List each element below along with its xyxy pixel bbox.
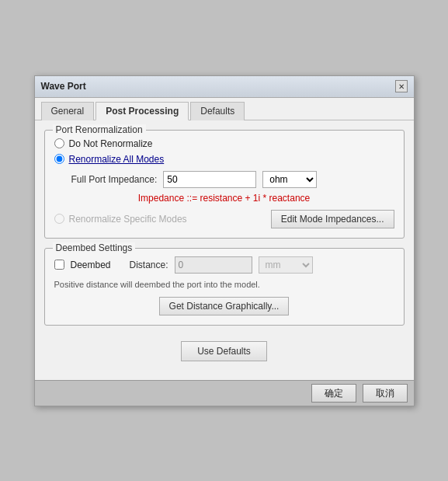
get-distance-graphically-button[interactable]: Get Distance Graphically...: [159, 297, 290, 315]
main-content: Port Renormalization Do Not Renormalize …: [35, 120, 414, 380]
renorm-all-row: Renormalize All Modes: [54, 154, 394, 165]
specific-modes-row: Renormalize Specific Modes Edit Mode Imp…: [54, 210, 394, 228]
tab-general[interactable]: General: [41, 102, 95, 120]
graphically-btn-row: Get Distance Graphically...: [54, 297, 394, 315]
bottom-bar: 确定 取消: [35, 380, 414, 406]
tab-defaults[interactable]: Defaults: [190, 102, 245, 120]
distance-label: Distance:: [130, 260, 168, 270]
deembed-hint: Positive distance will deembed the port …: [54, 280, 394, 289]
no-renorm-row: Do Not Renormalize: [54, 138, 394, 149]
use-defaults-row: Use Defaults: [44, 335, 405, 371]
renorm-all-radio-label: Renormalize All Modes: [69, 154, 165, 165]
edit-mode-impedances-button[interactable]: Edit Mode Impedances...: [271, 210, 394, 228]
close-icon: ✕: [398, 82, 405, 91]
impedance-unit-select[interactable]: ohm kohm: [262, 171, 317, 188]
use-defaults-button[interactable]: Use Defaults: [181, 341, 267, 361]
cancel-button[interactable]: 取消: [363, 384, 408, 403]
impedance-input[interactable]: [163, 171, 256, 188]
formula-text: Impedance ::= resistance + 1i * reactanc…: [54, 193, 394, 204]
title-bar: Wave Port ✕: [35, 76, 414, 98]
specific-modes-radio[interactable]: [54, 214, 64, 224]
tab-post-processing[interactable]: Post Processing: [96, 102, 189, 120]
deembed-group: Deembed Settings Deembed Distance: mm cm…: [44, 248, 405, 326]
impedance-row: Full Port Impedance: ohm kohm: [71, 171, 394, 188]
close-button[interactable]: ✕: [395, 80, 408, 92]
deembed-checkbox[interactable]: [54, 260, 64, 270]
specific-modes-label: Renormalize Specific Modes: [54, 214, 187, 225]
port-renorm-label: Port Renormalization: [53, 124, 146, 135]
impedance-label: Full Port Impedance:: [71, 174, 158, 185]
renorm-all-radio[interactable]: [54, 154, 64, 164]
wave-port-window: Wave Port ✕ General Post Processing Defa…: [34, 75, 415, 406]
specific-modes-radio-label: Renormalize Specific Modes: [69, 214, 187, 225]
deembed-label: Deembed Settings: [53, 242, 136, 253]
no-renorm-radio-label[interactable]: Do Not Renormalize: [69, 138, 153, 149]
tab-bar: General Post Processing Defaults: [35, 98, 414, 120]
distance-input[interactable]: [175, 256, 252, 274]
window-title: Wave Port: [41, 81, 86, 92]
no-renorm-radio[interactable]: [54, 138, 64, 148]
deembed-checkbox-label[interactable]: Deembed: [71, 260, 111, 270]
ok-button[interactable]: 确定: [311, 384, 356, 403]
port-renorm-group: Port Renormalization Do Not Renormalize …: [44, 130, 405, 239]
deembed-row: Deembed Distance: mm cm m: [54, 256, 394, 274]
distance-unit-select[interactable]: mm cm m: [259, 256, 313, 274]
